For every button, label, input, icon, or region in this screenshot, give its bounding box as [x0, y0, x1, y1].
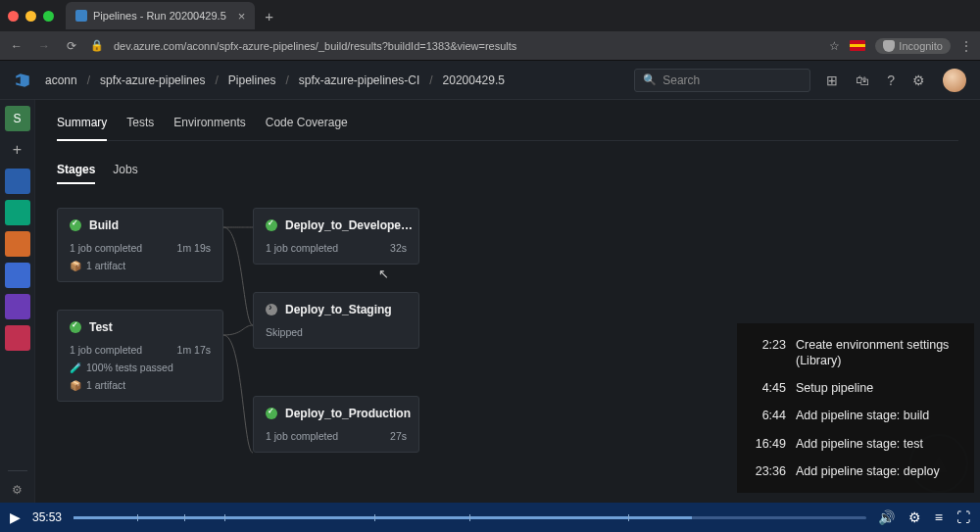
play-button[interactable]: ▶ [10, 509, 21, 525]
tab-environments[interactable]: Environments [173, 110, 245, 140]
forward-button[interactable]: → [35, 39, 53, 53]
chapter-link[interactable]: Create environment settings (Library) [796, 337, 964, 369]
skipped-icon [266, 304, 277, 315]
search-input[interactable]: 🔍 Search [634, 69, 810, 92]
tab-summary[interactable]: Summary [57, 110, 107, 141]
artifact-icon: 📦 [70, 261, 81, 271]
rail-settings-icon[interactable]: ⚙ [5, 477, 30, 503]
incognito-icon [883, 40, 895, 52]
subtab-stages[interactable]: Stages [57, 163, 95, 184]
crumb-org[interactable]: aconn [45, 73, 77, 87]
crumb-section[interactable]: Pipelines [228, 73, 276, 87]
rail-add-button[interactable]: + [5, 137, 30, 163]
rail-boards-icon[interactable] [5, 169, 30, 194]
left-rail: S + ⚙ [0, 100, 35, 503]
browser-tab-bar: Pipelines - Run 20200429.5 × + [0, 0, 980, 31]
url-text[interactable]: dev.azure.com/aconn/spfx-azure-pipelines… [114, 40, 819, 52]
tab-code-coverage[interactable]: Code Coverage [266, 110, 348, 140]
browser-address-bar: ← → ⟳ 🔒 dev.azure.com/aconn/spfx-azure-p… [0, 31, 980, 61]
chapter-link[interactable]: Setup pipeline [796, 380, 873, 396]
chapter-list: 2:23Create environment settings (Library… [737, 323, 974, 494]
rail-artifacts-icon[interactable] [5, 294, 30, 319]
stage-deploy-prod[interactable]: Deploy_to_Production 1 job completed27s [253, 396, 419, 453]
breadcrumb: aconn/ spfx-azure-pipelines/ Pipelines/ … [45, 73, 505, 87]
tab-close-icon[interactable]: × [238, 9, 246, 24]
azure-devops-favicon-icon [75, 10, 87, 22]
crumb-project[interactable]: spfx-azure-pipelines [100, 73, 205, 87]
settings-icon[interactable]: ⚙ [908, 509, 921, 525]
fullscreen-icon[interactable]: ⛶ [956, 509, 970, 525]
cursor-icon: ↖ [378, 266, 389, 281]
video-player-bar: ▶ 35:53 🔊 ⚙ ≡ ⛶ [0, 503, 980, 532]
new-tab-button[interactable]: + [265, 8, 273, 24]
success-icon [266, 219, 277, 231]
search-icon: 🔍 [643, 73, 657, 86]
rail-project-icon[interactable]: S [5, 106, 30, 131]
azure-devops-logo-icon[interactable] [14, 72, 31, 89]
beaker-icon: 🧪 [70, 363, 81, 373]
crumb-run[interactable]: 20200429.5 [443, 73, 505, 87]
tab-title: Pipelines - Run 20200429.5 [93, 10, 226, 22]
browser-menu-icon[interactable]: ⋮ [960, 39, 972, 53]
reload-button[interactable]: ⟳ [63, 39, 80, 53]
window-traffic-lights [8, 11, 54, 22]
marketplace-icon[interactable]: ⊞ [826, 73, 838, 88]
rail-testplans-icon[interactable] [5, 263, 30, 288]
stage-build[interactable]: Build 1 job completed1m 19s 📦1 artifact [57, 208, 223, 282]
chapters-icon[interactable]: ≡ [935, 509, 943, 525]
stage-deploy-dev[interactable]: Deploy_to_Develope… 1 job completed32s [253, 208, 419, 265]
tab-tests[interactable]: Tests [126, 110, 154, 140]
crumb-pipeline[interactable]: spfx-azure-pipelines-CI [299, 73, 419, 87]
devops-header: aconn/ spfx-azure-pipelines/ Pipelines/ … [0, 61, 980, 100]
user-settings-icon[interactable]: ⚙ [912, 73, 925, 88]
star-icon[interactable]: ☆ [829, 39, 840, 53]
close-window-icon[interactable] [8, 11, 19, 22]
subtab-jobs[interactable]: Jobs [113, 163, 137, 184]
chapter-link[interactable]: Add pipeline stage: build [796, 408, 929, 423]
volume-icon[interactable]: 🔊 [878, 509, 895, 525]
rail-repos-icon[interactable] [5, 200, 30, 225]
lock-icon: 🔒 [90, 39, 104, 52]
browser-tab[interactable]: Pipelines - Run 20200429.5 × [66, 2, 255, 29]
stage-test[interactable]: Test 1 job completed1m 17s 🧪100% tests p… [57, 310, 223, 402]
spain-flag-icon[interactable] [850, 40, 865, 51]
stage-deploy-staging[interactable]: Deploy_to_Staging Skipped [253, 292, 419, 349]
help-icon[interactable]: ? [887, 73, 895, 88]
minimize-window-icon[interactable] [25, 11, 36, 22]
run-tabs: Summary Tests Environments Code Coverage [57, 110, 958, 141]
incognito-badge: Incognito [875, 38, 951, 54]
sub-tabs: Stages Jobs [57, 163, 958, 184]
success-icon [70, 219, 81, 231]
rail-other-icon[interactable] [5, 325, 30, 351]
current-time: 35:53 [32, 510, 62, 524]
chapter-link[interactable]: Add pipeline stage: test [796, 436, 923, 452]
success-icon [70, 321, 81, 333]
avatar[interactable] [943, 69, 966, 92]
success-icon [266, 408, 277, 419]
maximize-window-icon[interactable] [43, 11, 54, 22]
back-button[interactable]: ← [8, 39, 25, 53]
shopping-bag-icon[interactable]: 🛍 [856, 73, 869, 88]
chapter-link[interactable]: Add pipeline stage: deploy [796, 463, 940, 479]
seek-bar[interactable] [74, 516, 866, 519]
rail-pipelines-icon[interactable] [5, 231, 30, 257]
artifact-icon: 📦 [70, 380, 81, 391]
